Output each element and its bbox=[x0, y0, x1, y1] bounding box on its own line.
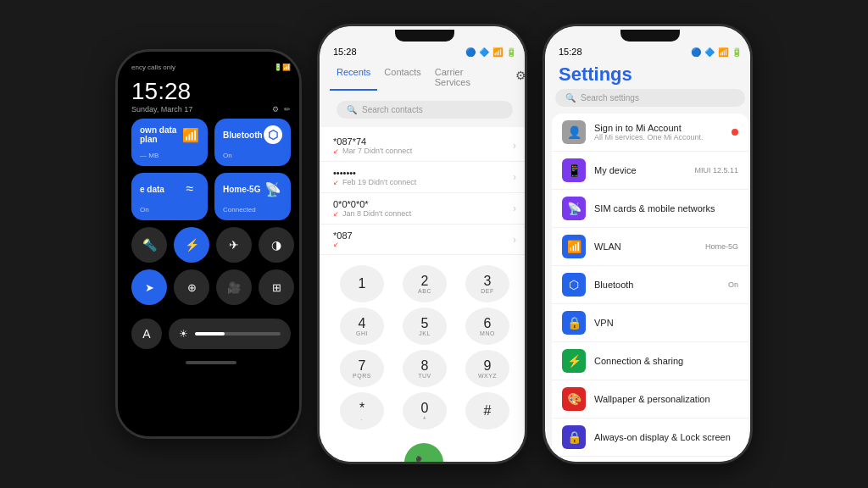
settings-item-vpn[interactable]: 🔒 VPN bbox=[552, 304, 748, 342]
dialer-action-bar: ≡ 📞 ∨ bbox=[320, 438, 527, 464]
settings-bluetooth-badge: On bbox=[728, 280, 738, 289]
settings-bluetooth-name: Bluetooth bbox=[594, 280, 720, 290]
settings-wallpaper-name: Wallpaper & personalization bbox=[594, 394, 738, 404]
cc-bottom-bar: A ☀ bbox=[126, 312, 296, 356]
cc-tile-mobile-data[interactable]: e data ≈ On bbox=[131, 173, 208, 220]
recent-number-4: *087 bbox=[333, 230, 513, 241]
dialer-call-button[interactable]: 📞 bbox=[404, 443, 443, 464]
dial-key-hash[interactable]: # bbox=[465, 392, 509, 430]
dial-key-0[interactable]: 0+ bbox=[403, 392, 447, 430]
settings-always-on-icon: 🔒 bbox=[562, 425, 586, 449]
dialer-pad: 1 2ABC 3DEF 4GHI 5JKL 6MNO 7PQRS 8TUV 9W… bbox=[320, 258, 527, 438]
dialer-screen: 15:28 🔵🔷📶🔋 Recents Contacts Carrier Serv… bbox=[320, 26, 527, 464]
recent-item-1[interactable]: *087*74 ↙ Mar 7 Didn't connect › bbox=[320, 130, 527, 162]
recent-arrow-3: › bbox=[513, 202, 516, 214]
cc-tile-bluetooth[interactable]: Bluetooth ⬡ On bbox=[214, 119, 291, 166]
cc-icon-row-1: 🔦 ⚡ ✈ ◑ bbox=[126, 220, 296, 269]
cc-tile-data-label: own data plan bbox=[140, 125, 182, 144]
dial-row-2: 4GHI 5JKL 6MNO bbox=[333, 308, 516, 345]
settings-item-wlan[interactable]: 📶 WLAN Home-5G bbox=[552, 228, 748, 266]
cc-tile-bt-label: Bluetooth bbox=[223, 130, 263, 140]
phone-control-center: ency calls only 🔋📶 15:28 Sunday, March 1… bbox=[115, 49, 302, 439]
control-center-screen: ency calls only 🔋📶 15:28 Sunday, March 1… bbox=[118, 52, 302, 439]
recent-info-4: *087 ↙ bbox=[333, 230, 513, 248]
dialer-search[interactable]: 🔍 Search contacts bbox=[337, 101, 513, 119]
cc-brightness-fill bbox=[195, 332, 225, 336]
settings-wlan-badge: Home-5G bbox=[705, 242, 738, 251]
dialer-tab-carrier[interactable]: Carrier Services bbox=[428, 64, 502, 91]
dial-row-3: 7PQRS 8TUV 9WXYZ bbox=[333, 350, 516, 387]
dialer-notch bbox=[395, 30, 454, 42]
settings-item-always-on[interactable]: 🔒 Always-on display & Lock screen bbox=[552, 419, 748, 457]
dial-key-1[interactable]: 1 bbox=[340, 265, 384, 302]
recent-item-2[interactable]: ••••••• ↙ Feb 19 Didn't connect › bbox=[320, 162, 527, 193]
settings-list: 👤 Sign in to Mi Account All Mi services.… bbox=[552, 114, 748, 464]
dial-key-star[interactable]: *. bbox=[340, 392, 384, 430]
cc-edit-icon[interactable]: ✏ bbox=[284, 105, 291, 114]
cc-bolt-btn[interactable]: ⚡ bbox=[174, 227, 209, 263]
settings-status-bar: 15:28 🔵🔷📶🔋 bbox=[545, 42, 753, 57]
settings-item-bluetooth[interactable]: ⬡ Bluetooth On bbox=[552, 266, 748, 304]
cc-tile-data[interactable]: own data plan 📶 — MB bbox=[131, 119, 208, 166]
settings-item-device[interactable]: 📱 My device MIUI 12.5.11 bbox=[552, 152, 748, 190]
settings-device-icon: 📱 bbox=[562, 158, 586, 182]
dialer-settings-icon[interactable]: ⚙ bbox=[512, 66, 527, 85]
settings-item-connection[interactable]: ⚡ Connection & sharing bbox=[552, 342, 748, 380]
settings-item-account[interactable]: 👤 Sign in to Mi Account All Mi services.… bbox=[552, 114, 748, 152]
dial-key-9[interactable]: 9WXYZ bbox=[465, 350, 509, 387]
settings-wallpaper-icon: 🎨 bbox=[562, 387, 586, 411]
cc-tile-wifi[interactable]: Home-5G 📡 Connected bbox=[214, 173, 291, 220]
settings-item-wallpaper[interactable]: 🎨 Wallpaper & personalization bbox=[552, 380, 748, 419]
dial-row-1: 1 2ABC 3DEF bbox=[333, 265, 516, 302]
settings-wlan-text: WLAN bbox=[594, 241, 697, 252]
settings-vpn-text: VPN bbox=[594, 318, 738, 328]
cc-sun-icon: ☀ bbox=[179, 328, 188, 340]
dial-key-7[interactable]: 7PQRS bbox=[340, 350, 384, 387]
dialer-recents-list: *087*74 ↙ Mar 7 Didn't connect › •••••••… bbox=[320, 127, 527, 258]
recent-info-1: *087*74 ↙ Mar 7 Didn't connect bbox=[333, 136, 513, 155]
settings-item-display[interactable]: ☀ Display bbox=[552, 457, 748, 464]
dialer-menu-icon[interactable]: ≡ bbox=[337, 456, 343, 464]
settings-item-sim[interactable]: 📡 SIM cards & mobile networks bbox=[552, 190, 748, 228]
cc-tile-mob-sub: On bbox=[140, 206, 199, 214]
cc-date-icons: ⚙ ✏ bbox=[272, 105, 291, 114]
dial-key-8[interactable]: 8TUV bbox=[403, 350, 447, 387]
cc-tiles-grid: own data plan 📶 — MB Bluetooth ⬡ On e da… bbox=[126, 119, 296, 220]
settings-connection-icon: ⚡ bbox=[562, 349, 586, 373]
recent-number-3: 0*0*0*0* bbox=[333, 199, 513, 209]
cc-contrast-btn[interactable]: ◑ bbox=[259, 227, 294, 263]
cc-location-btn[interactable]: ➤ bbox=[131, 269, 167, 305]
settings-account-dot bbox=[732, 129, 738, 136]
recent-date-4: ↙ bbox=[333, 241, 513, 248]
settings-always-on-name: Always-on display & Lock screen bbox=[594, 432, 738, 442]
dial-key-3[interactable]: 3DEF bbox=[465, 265, 509, 302]
cc-date-text: Sunday, March 17 bbox=[131, 105, 192, 114]
cc-focus-btn[interactable]: ⊕ bbox=[174, 269, 209, 305]
cc-screenshot-btn[interactable]: ⊞ bbox=[259, 269, 294, 305]
cc-flashlight-btn[interactable]: 🔦 bbox=[131, 227, 167, 263]
cc-tile-bt-icon: ⬡ bbox=[264, 125, 282, 144]
dial-key-5[interactable]: 5JKL bbox=[403, 308, 447, 345]
recent-item-3[interactable]: 0*0*0*0* ↙ Jan 8 Didn't connect › bbox=[320, 193, 527, 225]
cc-airplane-btn[interactable]: ✈ bbox=[216, 227, 252, 263]
cc-brightness-control[interactable]: ☀ bbox=[169, 319, 291, 349]
dialer-time: 15:28 bbox=[333, 47, 357, 57]
dial-key-6[interactable]: 6MNO bbox=[465, 308, 509, 345]
settings-search[interactable]: 🔍 Search settings bbox=[555, 89, 745, 107]
dialer-status-icons: 🔵🔷📶🔋 bbox=[465, 47, 516, 57]
cc-status-icons: 🔋📶 bbox=[274, 64, 291, 71]
dial-key-2[interactable]: 2ABC bbox=[403, 265, 447, 302]
recent-number-2: ••••••• bbox=[333, 168, 513, 178]
cc-camera-btn[interactable]: 🎥 bbox=[216, 269, 252, 305]
dialer-tab-recents[interactable]: Recents bbox=[330, 64, 377, 91]
cc-a-button[interactable]: A bbox=[131, 319, 162, 349]
dial-key-4[interactable]: 4GHI bbox=[340, 308, 384, 345]
recent-item-4[interactable]: *087 ↙ › bbox=[320, 225, 527, 255]
dialer-tab-contacts[interactable]: Contacts bbox=[377, 64, 427, 91]
dialer-search-placeholder: Search contacts bbox=[362, 105, 423, 114]
settings-time: 15:28 bbox=[559, 47, 582, 57]
recent-info-3: 0*0*0*0* ↙ Jan 8 Didn't connect bbox=[333, 199, 513, 218]
settings-notch bbox=[620, 30, 680, 42]
cc-settings-icon[interactable]: ⚙ bbox=[272, 105, 279, 114]
dialer-chevron-icon[interactable]: ∨ bbox=[504, 456, 513, 464]
